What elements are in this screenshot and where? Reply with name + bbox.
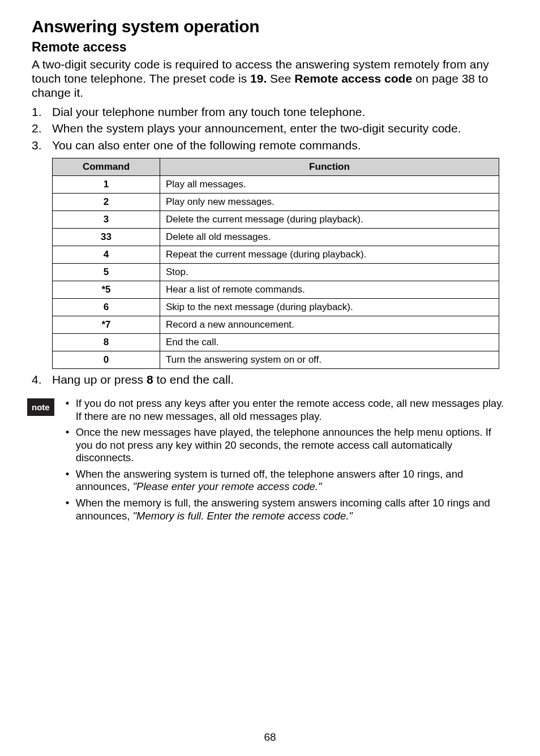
command-cell: 0 [53,351,160,369]
function-cell: End the call. [160,334,499,351]
command-cell: 1 [53,176,160,194]
table-row: 4Repeat the current message (during play… [53,246,499,264]
function-cell: Play only new messages. [160,194,499,211]
table-row: 8End the call. [53,334,499,351]
step-4-pre: Hang up or press [52,373,147,386]
note-badge: note [27,398,54,416]
command-cell: *7 [53,316,160,334]
note-italic: "Memory is full. Enter the remote access… [132,510,352,522]
intro-text-2: See [267,72,294,85]
function-cell: Hear a list of remote commands. [160,281,499,299]
intro-bold-2: Remote access code [294,72,412,85]
note-block: note If you do not press any keys after … [32,397,508,526]
step-4-post: to end the call. [153,373,234,386]
intro-paragraph: A two-digit security code is required to… [32,57,508,100]
function-cell: Delete all old messages. [160,229,499,246]
table-row: 33Delete all old messages. [53,229,499,246]
note-item: If you do not press any keys after you e… [65,397,508,423]
step-item: Dial your telephone number from any touc… [32,105,508,119]
table-row: 6Skip to the next message (during playba… [53,299,499,316]
intro-code: 19. [250,72,267,85]
function-cell: Turn the answering system on or off. [160,351,499,369]
function-cell: Delete the current message (during playb… [160,211,499,229]
notes-list: If you do not press any keys after you e… [65,397,508,526]
table-row: *7Record a new announcement. [53,316,499,334]
command-cell: 5 [53,264,160,281]
table-row: 0Turn the answering system on or off. [53,351,499,369]
steps-list: Dial your telephone number from any touc… [32,105,508,153]
note-text: Once the new messages have played, the t… [76,426,491,463]
note-text: If you do not press any keys after you e… [76,397,504,422]
command-cell: 4 [53,246,160,264]
function-cell: Skip to the next message (during playbac… [160,299,499,316]
table-row: 5Stop. [53,264,499,281]
page-number: 68 [0,731,540,744]
page-title: Answering system operation [32,17,508,36]
table-row: 2Play only new messages. [53,194,499,211]
command-cell: 33 [53,229,160,246]
command-cell: 3 [53,211,160,229]
table-row: 1Play all messages. [53,176,499,194]
note-item: Once the new messages have played, the t… [65,426,508,465]
command-cell: *5 [53,281,160,299]
command-cell: 2 [53,194,160,211]
step-4-number: 4. [32,372,42,387]
table-header-function: Function [160,158,499,176]
note-italic: "Please enter your remote access code." [132,480,322,492]
step-4-bold: 8 [147,373,153,386]
command-cell: 8 [53,334,160,351]
section-heading: Remote access [32,40,508,55]
command-cell: 6 [53,299,160,316]
step-item: When the system plays your announcement,… [32,121,508,136]
function-cell: Play all messages. [160,176,499,194]
function-cell: Stop. [160,264,499,281]
function-cell: Record a new announcement. [160,316,499,334]
function-cell: Repeat the current message (during playb… [160,246,499,264]
note-item: When the memory is full, the answering s… [65,497,508,522]
commands-table: Command Function 1Play all messages. 2Pl… [52,158,499,369]
table-row: *5Hear a list of remote commands. [53,281,499,299]
step-4: 4. Hang up or press 8 to end the call. [32,372,508,387]
step-item: You can also enter one of the following … [32,138,508,153]
note-item: When the answering system is turned off,… [65,468,508,493]
table-row: 3Delete the current message (during play… [53,211,499,229]
table-header-command: Command [53,158,160,176]
